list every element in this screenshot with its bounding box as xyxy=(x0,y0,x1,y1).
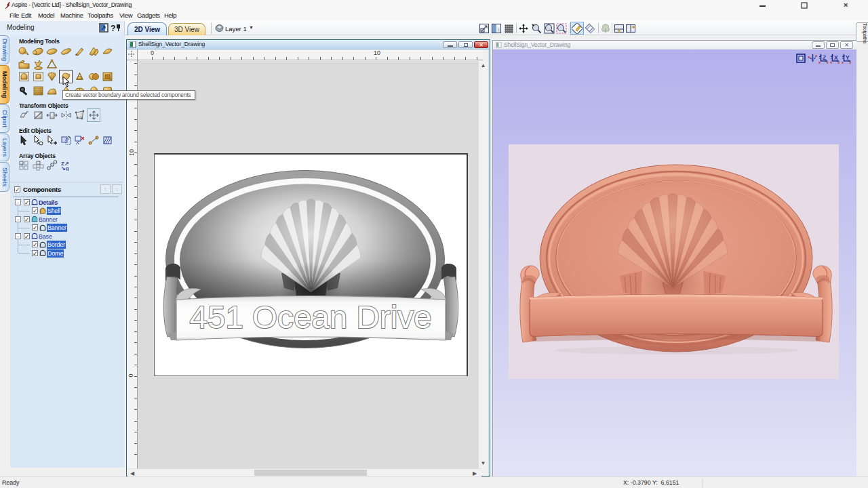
svg-text:Z: Z xyxy=(823,54,826,61)
svg-text:451 Ocean Drive: 451 Ocean Drive xyxy=(190,300,432,335)
svg-text:y: y xyxy=(827,60,829,64)
svg-text:z: z xyxy=(815,54,817,58)
svg-text:?: ? xyxy=(111,24,115,33)
svg-text:x: x xyxy=(808,55,810,59)
svg-text:z: z xyxy=(850,60,852,64)
svg-text:z: z xyxy=(838,60,840,64)
svg-text:↘g: ↘g xyxy=(61,165,69,171)
